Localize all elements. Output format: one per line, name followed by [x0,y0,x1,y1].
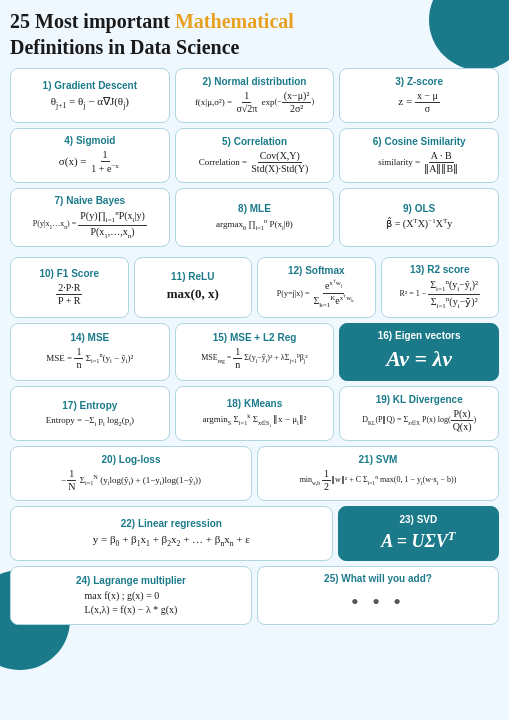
row-9: 24) Lagrange multiplier max f(x) ; g(x) … [10,566,499,625]
svd-card: 23) SVD A = UΣVT [338,506,499,561]
mle-title: 8) MLE [238,203,271,214]
log-loss-formula: −1N Σi=1N (yilog(ŷi) + (1−yi)log(1−ŷi)) [61,468,201,493]
mse-title: 14) MSE [70,332,109,343]
mle-card: 8) MLE argmaxθ ∏i=1n P(xi|θ) [175,188,335,247]
relu-formula: max(0, x) [167,285,219,303]
cosine-similarity-card: 6) Cosine Similarity similarity = A · B‖… [339,128,499,183]
lagrange-card: 24) Lagrange multiplier max f(x) ; g(x) … [10,566,252,625]
z-score-card: 3) Z-score z = x − μσ [339,68,499,123]
row-4: 10) F1 Score 2·P·RP + R 11) ReLU max(0, … [10,257,499,317]
log-loss-title: 20) Log-loss [102,454,161,465]
linear-regression-title: 22) Linear regression [121,518,222,529]
eigen-vectors-title: 16) Eigen vectors [378,330,461,341]
normal-distribution-title: 2) Normal distribution [203,76,307,87]
row-3: 7) Naive Bayes P(y|x1…xn) = P(y)∏i=1nP(x… [10,188,499,247]
kmeans-title: 18) KMeans [227,398,283,409]
svm-formula: minw,b 12‖w‖² + C Σi=1n max(0, 1 − yi(w·… [300,468,457,493]
row-7: 20) Log-loss −1N Σi=1N (yilog(ŷi) + (1−y… [10,446,499,501]
entropy-title: 17) Entropy [62,400,117,411]
kl-divergence-card: 19) KL Divergence DKL(P‖Q) = Σx∈X P(x) l… [339,386,499,441]
title-highlight: Mathematical [175,10,294,32]
kl-divergence-title: 19) KL Divergence [376,394,463,405]
svd-formula: A = UΣVT [381,528,455,554]
normal-distribution-card: 2) Normal distribution f(x|μ,σ²) = 1σ√2π… [175,68,335,123]
ols-title: 9) OLS [403,203,435,214]
svm-title: 21) SVM [359,454,398,465]
correlation-formula: Correlation = Cov(X,Y)Std(X)·Std(Y) [199,150,311,175]
z-score-formula: z = x − μσ [398,90,440,115]
cosine-similarity-formula: similarity = A · B‖A‖‖B‖ [378,150,460,175]
cosine-similarity-title: 6) Cosine Similarity [373,136,466,147]
row-5: 14) MSE MSE = 1n Σi=1n(yi − ŷi)² 15) MSE… [10,323,499,382]
f1-score-formula: 2·P·RP + R [56,282,83,307]
linear-regression-card: 22) Linear regression y = β0 + β1x1 + β2… [10,506,333,561]
svm-card: 21) SVM minw,b 12‖w‖² + C Σi=1n max(0, 1… [257,446,499,501]
eigen-vectors-card: 16) Eigen vectors Av = λv [339,323,499,382]
row-8: 22) Linear regression y = β0 + β1x1 + β2… [10,506,499,561]
row-1: 1) Gradient Descent θj+1 = θj − α∇J(θj) … [10,68,499,123]
what-add-title: 25) What will you add? [324,573,432,584]
what-add-card: 25) What will you add? • • • [257,566,499,625]
kmeans-formula: argminS Σi=1k Σx∈Si ‖x − μi‖² [203,412,307,429]
naive-bayes-card: 7) Naive Bayes P(y|x1…xn) = P(y)∏i=1nP(x… [10,188,170,247]
linear-regression-formula: y = β0 + β1x1 + β2x2 + … + βnxn + ε [93,532,250,550]
r2-score-formula: R² = 1 − Σi=1n(yi−ŷi)²Σi=1n(yi−ȳ)² [399,278,480,310]
normal-distribution-formula: f(x|μ,σ²) = 1σ√2π exp(−(x−μ)²2σ²) [195,90,314,115]
relu-card: 11) ReLU max(0, x) [134,257,253,317]
title-normal: 25 Most important [10,10,175,32]
r2-score-title: 13) R2 score [410,264,469,275]
mse-card: 14) MSE MSE = 1n Σi=1n(yi − ŷi)² [10,323,170,382]
gradient-descent-formula: θj+1 = θj − α∇J(θj) [51,94,129,112]
mse-l2-formula: MSEreg = 1n Σ(yi−ŷi)² + λΣj=1pβj² [201,346,308,371]
kl-divergence-formula: DKL(P‖Q) = Σx∈X P(x) log(P(x)Q(x)) [362,408,476,433]
gradient-descent-card: 1) Gradient Descent θj+1 = θj − α∇J(θj) [10,68,170,123]
softmax-card: 12) Softmax P(y=j|x) = exᵀwjΣk=1Kexᵀwk [257,257,376,317]
title-line2: Definitions in Data Science [10,36,239,58]
kmeans-card: 18) KMeans argminS Σi=1k Σx∈Si ‖x − μi‖² [175,386,335,441]
lagrange-formula: max f(x) ; g(x) = 0 L(x,λ) = f(x) − λ * … [85,589,178,617]
sigmoid-formula: σ(x) = 11 + e−x [59,149,121,175]
what-add-formula: • • • [351,587,405,618]
r2-score-card: 13) R2 score R² = 1 − Σi=1n(yi−ŷi)²Σi=1n… [381,257,500,317]
sigmoid-title: 4) Sigmoid [64,135,115,146]
sigmoid-card: 4) Sigmoid σ(x) = 11 + e−x [10,128,170,183]
correlation-title: 5) Correlation [222,136,287,147]
mse-formula: MSE = 1n Σi=1n(yi − ŷi)² [46,346,133,371]
row-6: 17) Entropy Entropy = −Σi pi log2(pi) 18… [10,386,499,441]
entropy-formula: Entropy = −Σi pi log2(pi) [46,414,134,429]
log-loss-card: 20) Log-loss −1N Σi=1N (yilog(ŷi) + (1−y… [10,446,252,501]
correlation-card: 5) Correlation Correlation = Cov(X,Y)Std… [175,128,335,183]
mse-l2-card: 15) MSE + L2 Reg MSEreg = 1n Σ(yi−ŷi)² +… [175,323,335,382]
mle-formula: argmaxθ ∏i=1n P(xi|θ) [216,217,293,233]
svd-title: 23) SVD [399,514,437,525]
row-2: 4) Sigmoid σ(x) = 11 + e−x 5) Correlatio… [10,128,499,183]
naive-bayes-formula: P(y|x1…xn) = P(y)∏i=1nP(xi|y)P(x1,…,xn) [33,209,147,240]
eigen-vectors-formula: Av = λv [386,344,452,375]
relu-title: 11) ReLU [171,271,214,282]
ols-card: 9) OLS β̂ = (XTX)−1XTy [339,188,499,247]
softmax-title: 12) Softmax [288,265,345,276]
ols-formula: β̂ = (XTX)−1XTy [386,217,452,231]
gradient-descent-title: 1) Gradient Descent [43,80,137,91]
naive-bayes-title: 7) Naive Bayes [55,195,126,206]
lagrange-title: 24) Lagrange multiplier [76,575,186,586]
z-score-title: 3) Z-score [395,76,443,87]
f1-score-card: 10) F1 Score 2·P·RP + R [10,257,129,317]
f1-score-title: 10) F1 Score [40,268,99,279]
entropy-card: 17) Entropy Entropy = −Σi pi log2(pi) [10,386,170,441]
softmax-formula: P(y=j|x) = exᵀwjΣk=1Kexᵀwk [277,279,356,309]
page-title: 25 Most important Mathematical Definitio… [10,8,499,60]
mse-l2-title: 15) MSE + L2 Reg [213,332,297,343]
